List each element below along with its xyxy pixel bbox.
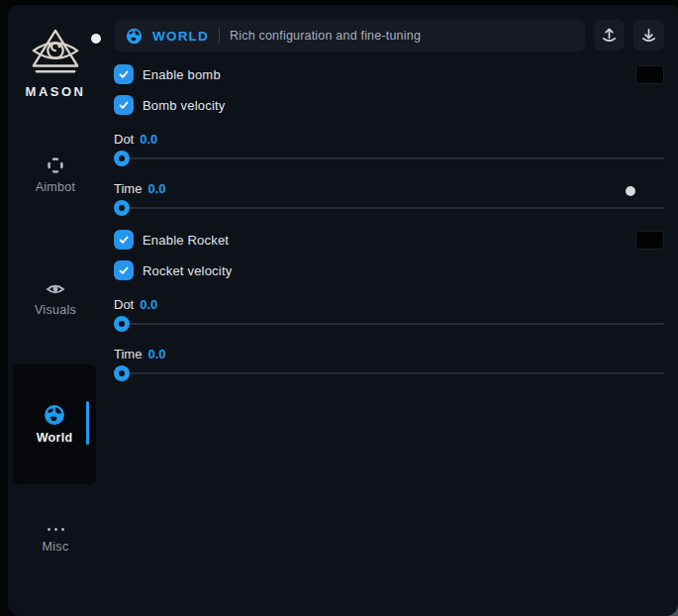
- checkbox-label: Enable Rocket: [143, 233, 229, 248]
- slider-value: 0.0: [147, 181, 165, 196]
- cursor-dot: [626, 186, 635, 196]
- slider-bomb-time: Time 0.0: [114, 180, 664, 216]
- slider-track-area[interactable]: [114, 200, 664, 216]
- slider-value: 0.0: [140, 297, 157, 312]
- checkbox-row-enable-bomb: Enable bomb: [114, 64, 664, 84]
- page-header: WORLD Rich configuration and fine-tuning: [114, 20, 585, 51]
- checkbox-row-bomb-velocity: Bomb velocity: [114, 95, 664, 115]
- page-header-row: WORLD Rich configuration and fine-tuning: [114, 20, 664, 51]
- crosshair-icon: [47, 156, 64, 174]
- sidebar-item-world[interactable]: World: [13, 364, 96, 484]
- checkbox-label: Enable bomb: [143, 67, 221, 82]
- slider-knob[interactable]: [114, 200, 130, 216]
- slider-value: 0.0: [147, 347, 165, 361]
- globe-icon: [126, 28, 143, 45]
- bomb-color-swatch[interactable]: [635, 65, 664, 84]
- content-panel: WORLD Rich configuration and fine-tuning: [114, 20, 664, 381]
- slider-track[interactable]: [114, 323, 664, 325]
- slider-label: Time: [114, 181, 142, 196]
- slider-track-area[interactable]: [114, 151, 664, 166]
- sidebar-item-misc[interactable]: Misc: [8, 524, 103, 554]
- slider-knob[interactable]: [114, 365, 130, 381]
- enable-rocket-checkbox[interactable]: [114, 230, 134, 250]
- page-title: WORLD: [152, 29, 209, 44]
- slider-track[interactable]: [114, 157, 664, 159]
- header-divider: [219, 28, 220, 44]
- slider-bomb-dot: Dot 0.0: [114, 131, 664, 166]
- sidebar-item-label: World: [37, 431, 73, 445]
- cursor-dot: [91, 34, 101, 44]
- page-subtitle: Rich configuration and fine-tuning: [230, 29, 421, 43]
- checkbox-label: Rocket velocity: [143, 263, 232, 278]
- slider-track[interactable]: [114, 372, 664, 374]
- globe-icon: [44, 404, 65, 426]
- sidebar-item-label: Aimbot: [36, 180, 76, 194]
- slider-label: Dot: [114, 132, 134, 147]
- slider-knob[interactable]: [114, 151, 130, 166]
- slider-rocket-dot: Dot 0.0: [114, 296, 664, 332]
- eye-icon: [46, 281, 65, 297]
- sidebar-item-label: Misc: [43, 540, 69, 554]
- brand: MASON: [8, 27, 103, 99]
- check-icon: [117, 67, 131, 81]
- ellipsis-icon: [48, 524, 64, 534]
- bomb-velocity-checkbox[interactable]: [114, 95, 134, 115]
- slider-knob[interactable]: [114, 316, 130, 332]
- checkbox-label: Bomb velocity: [143, 98, 226, 113]
- checkbox-row-enable-rocket: Enable Rocket: [114, 230, 664, 250]
- slider-track-area[interactable]: [114, 365, 664, 381]
- slider-value: 0.0: [140, 132, 157, 147]
- upload-config-button[interactable]: [594, 20, 625, 51]
- slider-label: Time: [114, 347, 142, 361]
- download-icon: [639, 26, 658, 45]
- check-icon: [117, 233, 131, 247]
- brand-name: MASON: [26, 84, 86, 99]
- upload-icon: [600, 26, 619, 45]
- rocket-color-swatch[interactable]: [635, 231, 664, 250]
- check-icon: [117, 98, 131, 112]
- sidebar-item-label: Visuals: [35, 303, 76, 317]
- sidebar-item-visuals[interactable]: Visuals: [8, 281, 103, 317]
- slider-label: Dot: [114, 297, 134, 312]
- sidebar: MASON Aimbot Visuals: [8, 5, 107, 616]
- check-icon: [117, 263, 131, 277]
- slider-track[interactable]: [114, 207, 664, 209]
- all-seeing-eye-icon: [27, 27, 84, 78]
- sidebar-item-aimbot[interactable]: Aimbot: [8, 156, 103, 194]
- active-tab-indicator: [86, 401, 89, 445]
- download-config-button[interactable]: [633, 20, 664, 51]
- enable-bomb-checkbox[interactable]: [114, 64, 134, 84]
- app-window: MASON Aimbot Visuals: [8, 5, 678, 616]
- checkbox-row-rocket-velocity: Rocket velocity: [114, 260, 664, 280]
- slider-rocket-time: Time 0.0: [114, 346, 664, 381]
- rocket-velocity-checkbox[interactable]: [114, 260, 134, 280]
- slider-track-area[interactable]: [114, 316, 664, 332]
